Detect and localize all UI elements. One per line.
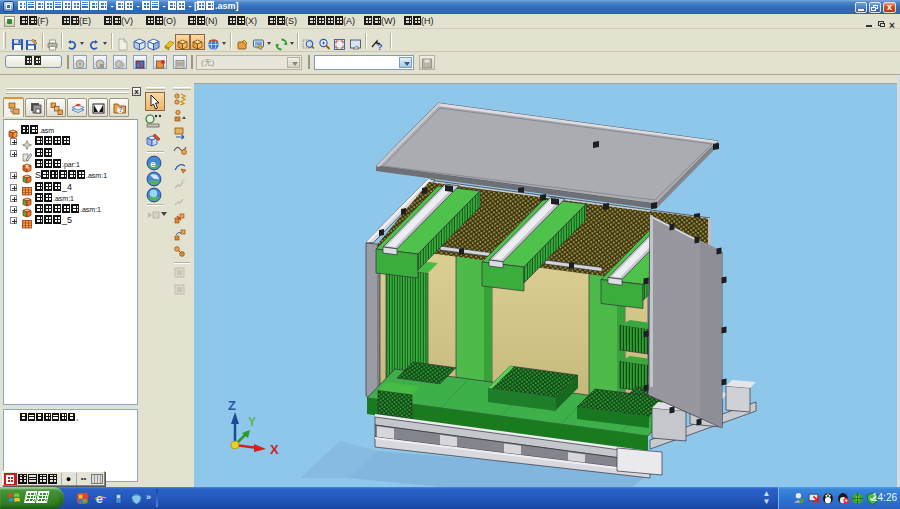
svg-text:?: ?: [377, 42, 383, 52]
svg-text:X: X: [270, 442, 279, 457]
svg-text:Y: Y: [248, 415, 256, 429]
svg-text:Z: Z: [228, 398, 236, 413]
svg-text:?: ?: [118, 106, 122, 113]
svg-text:e: e: [150, 158, 155, 169]
